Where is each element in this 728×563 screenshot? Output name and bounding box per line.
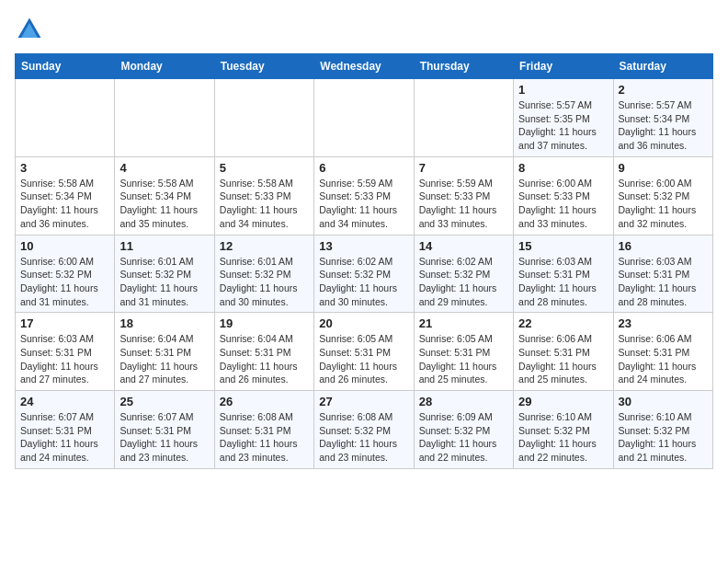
day-header-monday: Monday — [115, 54, 214, 79]
calendar-cell — [314, 79, 414, 157]
calendar-cell: 18Sunrise: 6:04 AM Sunset: 5:31 PM Dayli… — [115, 313, 214, 391]
day-detail: Sunrise: 6:01 AM Sunset: 5:32 PM Dayligh… — [119, 255, 209, 309]
day-detail: Sunrise: 6:06 AM Sunset: 5:31 PM Dayligh… — [619, 332, 708, 386]
calendar-week-row: 17Sunrise: 6:03 AM Sunset: 5:31 PM Dayli… — [16, 313, 713, 391]
calendar-week-row: 3Sunrise: 5:58 AM Sunset: 5:34 PM Daylig… — [16, 156, 713, 235]
day-number: 25 — [119, 395, 209, 408]
day-detail: Sunrise: 6:03 AM Sunset: 5:31 PM Dayligh… — [518, 255, 608, 309]
calendar-cell: 27Sunrise: 6:08 AM Sunset: 5:32 PM Dayli… — [314, 391, 414, 469]
calendar-header-row: SundayMondayTuesdayWednesdayThursdayFrid… — [16, 54, 713, 79]
calendar-cell — [214, 79, 313, 157]
calendar-table: SundayMondayTuesdayWednesdayThursdayFrid… — [15, 53, 713, 469]
calendar-cell: 12Sunrise: 6:01 AM Sunset: 5:32 PM Dayli… — [214, 235, 313, 313]
day-detail: Sunrise: 5:59 AM Sunset: 5:33 PM Dayligh… — [319, 177, 408, 231]
calendar-cell — [414, 79, 513, 157]
day-detail: Sunrise: 6:03 AM Sunset: 5:31 PM Dayligh… — [20, 332, 109, 386]
day-number: 8 — [518, 161, 608, 175]
day-number: 30 — [619, 395, 708, 408]
logo-icon — [15, 15, 44, 44]
calendar-cell: 1Sunrise: 5:57 AM Sunset: 5:35 PM Daylig… — [514, 79, 613, 157]
day-number: 16 — [619, 239, 708, 253]
calendar-week-row: 10Sunrise: 6:00 AM Sunset: 5:32 PM Dayli… — [16, 235, 713, 313]
calendar-cell: 23Sunrise: 6:06 AM Sunset: 5:31 PM Dayli… — [613, 313, 712, 391]
day-detail: Sunrise: 6:06 AM Sunset: 5:31 PM Dayligh… — [518, 332, 608, 386]
day-number: 26 — [220, 395, 309, 408]
day-detail: Sunrise: 6:09 AM Sunset: 5:32 PM Dayligh… — [419, 410, 508, 465]
day-number: 17 — [20, 316, 109, 330]
calendar-cell: 6Sunrise: 5:59 AM Sunset: 5:33 PM Daylig… — [314, 156, 414, 235]
day-header-friday: Friday — [514, 54, 613, 79]
day-number: 22 — [518, 316, 608, 330]
day-detail: Sunrise: 5:59 AM Sunset: 5:33 PM Dayligh… — [419, 177, 508, 231]
day-number: 24 — [20, 395, 109, 408]
calendar-cell: 28Sunrise: 6:09 AM Sunset: 5:32 PM Dayli… — [414, 391, 513, 469]
day-detail: Sunrise: 6:03 AM Sunset: 5:31 PM Dayligh… — [619, 255, 708, 309]
day-number: 21 — [419, 316, 508, 330]
day-number: 20 — [319, 316, 408, 330]
calendar-cell: 7Sunrise: 5:59 AM Sunset: 5:33 PM Daylig… — [414, 156, 513, 235]
day-detail: Sunrise: 6:04 AM Sunset: 5:31 PM Dayligh… — [119, 332, 209, 386]
day-number: 11 — [119, 239, 209, 253]
calendar-cell: 17Sunrise: 6:03 AM Sunset: 5:31 PM Dayli… — [16, 313, 115, 391]
calendar-week-row: 1Sunrise: 5:57 AM Sunset: 5:35 PM Daylig… — [16, 79, 713, 157]
day-number: 2 — [619, 83, 708, 97]
day-number: 13 — [319, 239, 408, 253]
day-header-saturday: Saturday — [613, 54, 712, 79]
calendar-cell: 21Sunrise: 6:05 AM Sunset: 5:31 PM Dayli… — [414, 313, 513, 391]
calendar-cell: 30Sunrise: 6:10 AM Sunset: 5:32 PM Dayli… — [613, 391, 712, 469]
day-detail: Sunrise: 6:04 AM Sunset: 5:31 PM Dayligh… — [220, 332, 309, 386]
day-detail: Sunrise: 6:02 AM Sunset: 5:32 PM Dayligh… — [419, 255, 508, 309]
calendar-cell: 3Sunrise: 5:58 AM Sunset: 5:34 PM Daylig… — [16, 156, 115, 235]
day-detail: Sunrise: 5:58 AM Sunset: 5:34 PM Dayligh… — [119, 177, 209, 231]
day-number: 27 — [319, 395, 408, 408]
day-detail: Sunrise: 6:07 AM Sunset: 5:31 PM Dayligh… — [20, 410, 109, 465]
calendar-cell: 22Sunrise: 6:06 AM Sunset: 5:31 PM Dayli… — [514, 313, 613, 391]
day-number: 1 — [518, 83, 608, 97]
day-detail: Sunrise: 6:08 AM Sunset: 5:31 PM Dayligh… — [220, 410, 309, 465]
day-detail: Sunrise: 6:00 AM Sunset: 5:32 PM Dayligh… — [20, 255, 109, 309]
calendar-cell: 11Sunrise: 6:01 AM Sunset: 5:32 PM Dayli… — [115, 235, 214, 313]
day-number: 10 — [20, 239, 109, 253]
day-header-sunday: Sunday — [16, 54, 115, 79]
calendar-cell: 5Sunrise: 5:58 AM Sunset: 5:33 PM Daylig… — [214, 156, 313, 235]
calendar-cell — [16, 79, 115, 157]
calendar-cell: 2Sunrise: 5:57 AM Sunset: 5:34 PM Daylig… — [613, 79, 712, 157]
day-detail: Sunrise: 5:58 AM Sunset: 5:34 PM Dayligh… — [20, 177, 109, 231]
day-number: 7 — [419, 161, 508, 175]
calendar-cell: 4Sunrise: 5:58 AM Sunset: 5:34 PM Daylig… — [115, 156, 214, 235]
page-header — [15, 15, 713, 44]
day-detail: Sunrise: 6:05 AM Sunset: 5:31 PM Dayligh… — [319, 332, 408, 386]
calendar-cell: 15Sunrise: 6:03 AM Sunset: 5:31 PM Dayli… — [514, 235, 613, 313]
day-number: 3 — [20, 161, 109, 175]
calendar-week-row: 24Sunrise: 6:07 AM Sunset: 5:31 PM Dayli… — [16, 391, 713, 469]
day-number: 23 — [619, 316, 708, 330]
day-number: 29 — [518, 395, 608, 408]
day-detail: Sunrise: 6:00 AM Sunset: 5:33 PM Dayligh… — [518, 177, 608, 231]
calendar-cell: 9Sunrise: 6:00 AM Sunset: 5:32 PM Daylig… — [613, 156, 712, 235]
day-detail: Sunrise: 6:00 AM Sunset: 5:32 PM Dayligh… — [619, 177, 708, 231]
day-number: 6 — [319, 161, 408, 175]
day-number: 28 — [419, 395, 508, 408]
calendar-cell: 29Sunrise: 6:10 AM Sunset: 5:32 PM Dayli… — [514, 391, 613, 469]
calendar-cell: 24Sunrise: 6:07 AM Sunset: 5:31 PM Dayli… — [16, 391, 115, 469]
day-detail: Sunrise: 6:10 AM Sunset: 5:32 PM Dayligh… — [518, 410, 608, 465]
calendar-cell: 10Sunrise: 6:00 AM Sunset: 5:32 PM Dayli… — [16, 235, 115, 313]
calendar-cell: 19Sunrise: 6:04 AM Sunset: 5:31 PM Dayli… — [214, 313, 313, 391]
calendar-cell: 16Sunrise: 6:03 AM Sunset: 5:31 PM Dayli… — [613, 235, 712, 313]
day-number: 12 — [220, 239, 309, 253]
day-detail: Sunrise: 5:57 AM Sunset: 5:35 PM Dayligh… — [518, 98, 608, 153]
day-detail: Sunrise: 6:07 AM Sunset: 5:31 PM Dayligh… — [119, 410, 209, 465]
calendar-cell: 14Sunrise: 6:02 AM Sunset: 5:32 PM Dayli… — [414, 235, 513, 313]
day-detail: Sunrise: 6:02 AM Sunset: 5:32 PM Dayligh… — [319, 255, 408, 309]
calendar-cell: 13Sunrise: 6:02 AM Sunset: 5:32 PM Dayli… — [314, 235, 414, 313]
day-header-wednesday: Wednesday — [314, 54, 414, 79]
day-number: 14 — [419, 239, 508, 253]
logo — [15, 15, 48, 44]
calendar-cell — [115, 79, 214, 157]
day-number: 9 — [619, 161, 708, 175]
calendar-cell: 26Sunrise: 6:08 AM Sunset: 5:31 PM Dayli… — [214, 391, 313, 469]
calendar-cell: 8Sunrise: 6:00 AM Sunset: 5:33 PM Daylig… — [514, 156, 613, 235]
day-detail: Sunrise: 5:57 AM Sunset: 5:34 PM Dayligh… — [619, 98, 708, 153]
calendar-cell: 25Sunrise: 6:07 AM Sunset: 5:31 PM Dayli… — [115, 391, 214, 469]
day-detail: Sunrise: 6:05 AM Sunset: 5:31 PM Dayligh… — [419, 332, 508, 386]
